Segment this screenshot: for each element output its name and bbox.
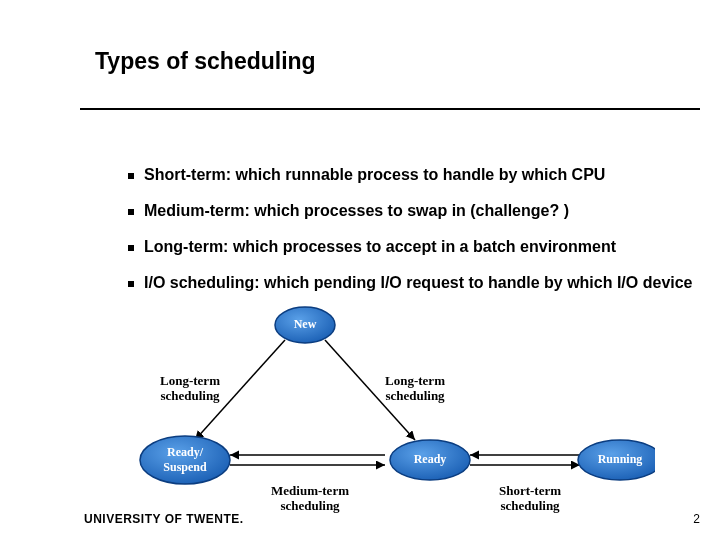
edge-label-scheduling-2: scheduling — [385, 388, 445, 403]
node-ready-suspend-label-2: Suspend — [163, 460, 207, 474]
list-item: I/O scheduling: which pending I/O reques… — [128, 274, 720, 292]
node-new-label: New — [294, 317, 317, 331]
node-ready-suspend-label-1: Ready/ — [167, 445, 204, 459]
edge-label-medium-term: Medium-term — [271, 483, 349, 498]
list-item: Medium-term: which processes to swap in … — [128, 202, 720, 220]
list-item: Long-term: which processes to accept in … — [128, 238, 720, 256]
edge-label-scheduling-1: scheduling — [160, 388, 220, 403]
page-number: 2 — [693, 512, 700, 526]
node-running-label: Running — [598, 452, 643, 466]
bullet-text: I/O scheduling: which pending I/O reques… — [144, 274, 693, 292]
edge-label-long-term-left: Long-term — [160, 373, 220, 388]
slide: { "title": "Types of scheduling", "bulle… — [0, 0, 720, 540]
bullet-icon — [128, 281, 134, 287]
bullet-icon — [128, 173, 134, 179]
bullet-text: Short-term: which runnable process to ha… — [144, 166, 605, 184]
bullet-icon — [128, 209, 134, 215]
title-divider — [80, 108, 700, 110]
bullet-text: Medium-term: which processes to swap in … — [144, 202, 569, 220]
edge-label-scheduling-3: scheduling — [280, 498, 340, 513]
bullet-text: Long-term: which processes to accept in … — [144, 238, 616, 256]
state-diagram: New Ready/ Suspend Ready Running Long-te… — [135, 300, 655, 520]
bullet-list: Short-term: which runnable process to ha… — [88, 166, 720, 310]
footer-logo: UNIVERSITY OF TWENTE. — [84, 512, 244, 526]
list-item: Short-term: which runnable process to ha… — [128, 166, 720, 184]
edge-label-scheduling-4: scheduling — [500, 498, 560, 513]
bullet-icon — [128, 245, 134, 251]
node-ready-label: Ready — [414, 452, 447, 466]
edge-label-short-term: Short-term — [499, 483, 561, 498]
page-title: Types of scheduling — [95, 48, 316, 75]
edge-label-long-term-right: Long-term — [385, 373, 445, 388]
